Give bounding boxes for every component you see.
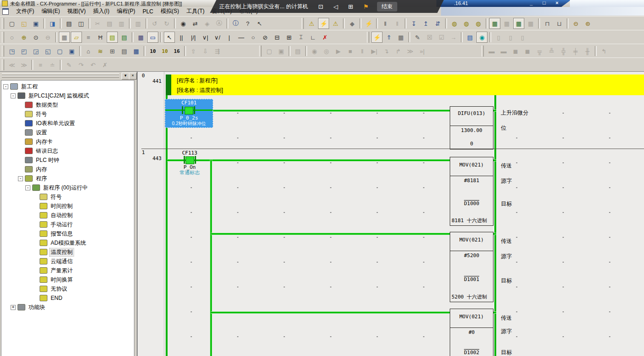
new-horizontal-icon[interactable]: — [236, 32, 247, 43]
tree-item-time-control[interactable]: 时间控制 [1, 201, 134, 211]
paste-icon[interactable]: ▥ [116, 18, 127, 29]
tree-item-settings[interactable]: 设置 [1, 128, 134, 137]
sim-run-icon[interactable]: ▶ [333, 46, 344, 57]
sim-to-end-icon[interactable]: »| [417, 46, 428, 57]
edit-mark-redo-icon[interactable]: ↷ [75, 59, 87, 70]
help-icon[interactable]: ? [242, 18, 253, 29]
new-ladder-window-icon[interactable]: ◳ [6, 46, 17, 57]
tree-item-manual-run[interactable]: 手动运行 [1, 220, 134, 229]
contact-cf101-selected[interactable]: CF101 P_0_2s 0.2秒时钟脉冲位 [165, 99, 213, 128]
mov2-instruction-block[interactable]: MOV(021) #5200 D1001 5200 十六进制 [450, 232, 493, 302]
pause-monitor-icon[interactable]: ‖ [380, 18, 391, 29]
page-setup-icon[interactable]: ◨ [47, 18, 58, 29]
find-icon[interactable]: ◉ [178, 18, 189, 29]
sim-pause-mode-icon[interactable]: ◉ [309, 46, 320, 57]
compile-all-icon[interactable]: ⚡ [318, 18, 329, 29]
menu-file[interactable]: 文件(F) [12, 6, 38, 16]
go-next-address-icon[interactable]: ⇩ [200, 46, 211, 57]
download-to-plc-icon[interactable]: ↧ [408, 18, 419, 29]
save-project-icon[interactable]: ▣ [30, 18, 41, 29]
fullscreen-icon[interactable]: ⊡ [318, 3, 323, 10]
tree-item-data-types[interactable]: 数据类型 [1, 100, 134, 109]
compile-program-icon[interactable]: ⚠ [306, 18, 317, 29]
sim-scan-icon[interactable]: ◎ [321, 46, 332, 57]
show-comments-icon[interactable]: ▱ [71, 32, 82, 43]
tree-item-alarm-info[interactable]: 报警信息 [1, 229, 134, 238]
contact-cf113-address[interactable]: CF113 [170, 150, 209, 156]
context-help-icon[interactable]: ↖ [254, 18, 265, 29]
zoom-100-icon[interactable]: ⊙ [30, 32, 41, 43]
mnemonic-view-icon[interactable]: ◰ [18, 46, 29, 57]
io-table-window-icon[interactable]: ▯ [493, 32, 504, 43]
align-top-icon[interactable]: ≐ [47, 59, 58, 70]
tree-item-error-log[interactable]: 错误日志 [1, 146, 134, 155]
release-password-icon[interactable]: ⊜ [582, 18, 593, 29]
sim-stop-icon[interactable]: ■ [345, 46, 356, 57]
sim-step-in-icon[interactable]: ↴ [381, 46, 392, 57]
print-icon[interactable]: ▤ [64, 18, 75, 29]
return-icon[interactable]: ↰ [598, 46, 609, 57]
net-meter-1-icon[interactable]: ▬ [486, 46, 497, 57]
cut-icon[interactable]: ✂ [92, 18, 103, 29]
go-to-io-icon[interactable]: ⇶ [212, 46, 223, 57]
symbol-table-view-icon[interactable]: ⊞ [107, 46, 118, 57]
tree-item-auto-control[interactable]: 自动控制 [1, 211, 134, 220]
edit-symbol-icon[interactable]: ✎ [412, 32, 423, 43]
go-prev-address-icon[interactable]: ⇧ [188, 46, 199, 57]
run-mode-icon[interactable]: ◍ [449, 18, 460, 29]
tree-item-memory-card[interactable]: 内存卡 [1, 137, 134, 146]
send-online-changes-icon[interactable]: ⇑ [383, 32, 395, 43]
rung-comment-banner[interactable]: [程序名 : 新程序] [段名称 : 温度控制] [166, 75, 644, 95]
end-session-button[interactable]: 结束 [377, 2, 397, 11]
tree-item-new-program[interactable]: - 新程序 (00)运行中 [1, 183, 134, 192]
new-project-icon[interactable]: ▢ [6, 18, 17, 29]
io-table-dialog-icon[interactable]: ▦ [131, 46, 142, 57]
expand-toggle-icon[interactable]: - [3, 84, 8, 89]
upload-from-plc-icon[interactable]: ↥ [420, 18, 431, 29]
show-symbol-bar-icon[interactable]: ▤ [107, 32, 118, 43]
set-password-icon[interactable]: ⊝ [570, 18, 581, 29]
new-inverted-instruction-icon[interactable]: ⊞ [284, 32, 295, 43]
watch-window-icon[interactable]: ◉ [476, 32, 487, 43]
tree-item-new-project[interactable]: - 新工程 [1, 82, 134, 91]
net-branch-3-icon[interactable]: ╬ [558, 46, 569, 57]
new-instruction-icon[interactable]: ⊟ [272, 32, 283, 43]
work-online-icon[interactable]: ⚡ [363, 18, 374, 29]
undo-icon[interactable]: ↺ [149, 18, 160, 29]
outdent-icon[interactable]: ≪ [6, 59, 17, 70]
show-ct-window-icon[interactable]: ▭ [147, 32, 158, 43]
browse-symbols-icon[interactable]: ▤ [464, 32, 476, 43]
net-branch-2-icon[interactable]: ╩ [546, 46, 557, 57]
sim-pause-icon[interactable]: ‖ [357, 46, 368, 57]
expand-toggle-icon[interactable]: + [11, 305, 16, 310]
tree-item-cloud-comm[interactable]: 云端通信 [1, 257, 134, 266]
print-preview-icon[interactable]: ◫ [75, 18, 87, 29]
menu-plc[interactable]: PLC [139, 7, 157, 16]
contact-energized-square[interactable] [186, 156, 194, 164]
tree-item-production-count[interactable]: 产量累计 [1, 266, 134, 275]
cross-ref-report-icon[interactable]: ⌂ [83, 46, 94, 57]
panel-close-button[interactable]: × [129, 73, 137, 80]
new-vertical-icon[interactable]: | [224, 32, 235, 43]
panel-dropdown-button[interactable]: ▾ [122, 73, 129, 80]
local-window-icon[interactable]: ▢ [54, 46, 65, 57]
sim-continuous-icon[interactable]: ≫ [405, 46, 416, 57]
delete-icon[interactable]: ✗ [319, 32, 331, 43]
tree-item-time-conversion[interactable]: 时间换算 [1, 275, 134, 284]
tree-item-programs[interactable]: - 程序 [1, 174, 134, 183]
mov1-instruction-block[interactable]: MOV(021) #8181 D1000 8181 十六进制 [450, 157, 493, 226]
zoom-tool-icon[interactable]: ◌ [6, 32, 17, 43]
new-coil-icon[interactable]: ○ [248, 32, 259, 43]
replace-in-project-icon[interactable]: ◈ [202, 18, 213, 29]
menu-insert[interactable]: 插入(I) [89, 6, 113, 16]
monitor-icon[interactable]: ▦ [489, 18, 500, 29]
tree-item-end[interactable]: END [1, 293, 134, 303]
cross-reference-icon[interactable]: ◲ [30, 46, 41, 57]
tree-item-ad-analog-system[interactable]: AD模拟量系统 [1, 238, 134, 247]
tree-item-symbols-local[interactable]: 符号 [1, 192, 134, 201]
zoom-in-icon[interactable]: ⊕ [18, 32, 29, 43]
show-sma-table-icon[interactable]: ▦ [135, 32, 146, 43]
expand-toggle-icon[interactable]: - [25, 185, 30, 190]
cycle-time-icon[interactable]: ⊓ [542, 18, 553, 29]
minimize-button[interactable]: _ [526, 0, 536, 6]
